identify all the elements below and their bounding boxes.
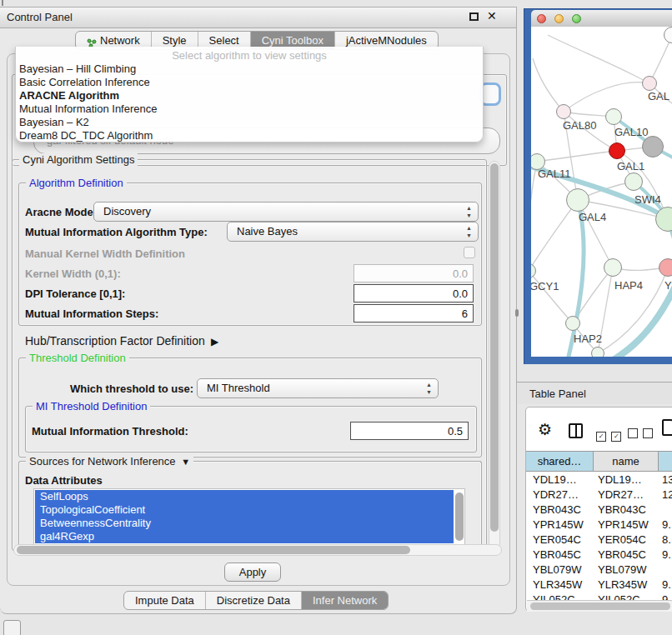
list-vertical-scrollbar[interactable] — [455, 492, 464, 541]
network-node-gal4[interactable] — [566, 188, 589, 212]
float-window-icon[interactable] — [469, 12, 479, 21]
table-cell[interactable]: 9. — [662, 578, 671, 591]
manual-kernel-checkbox[interactable] — [464, 247, 475, 258]
column-header-clipped[interactable]: A — [659, 452, 672, 471]
close-icon[interactable]: ✕ — [487, 9, 497, 22]
table-cell[interactable]: YDL19… — [533, 473, 577, 486]
mi-threshold-label: Mutual Information Threshold: — [32, 425, 188, 438]
split-columns-icon[interactable] — [569, 423, 583, 438]
table-cell[interactable]: 9 — [662, 593, 668, 600]
split-pane-grip[interactable] — [515, 309, 519, 317]
tab-impute-data-label: Impute Data — [135, 592, 194, 609]
list-item-selected[interactable]: TopologicalCoefficient — [35, 503, 454, 517]
node-label-hap4: HAP4 — [614, 279, 643, 292]
list-item-selected[interactable]: SelfLoops — [35, 490, 454, 503]
dpi-tolerance-field[interactable] — [354, 284, 474, 302]
table-cell[interactable]: YBR043C — [533, 503, 581, 516]
table-cell[interactable]: YDR27… — [533, 488, 579, 501]
which-threshold-combo[interactable]: MI Threshold ▲▼ — [197, 378, 439, 398]
document-icon[interactable] — [662, 419, 672, 436]
network-node[interactable] — [642, 76, 657, 91]
hub-definition-toggle[interactable]: Hub/Transcription Factor Definition ▶ — [25, 334, 218, 348]
cyni-algorithm-settings-title: Cyni Algorithm Settings — [19, 153, 138, 166]
network-window-titlebar[interactable] — [531, 10, 672, 28]
column-header-shared[interactable]: shared… — [526, 452, 594, 471]
mi-threshold-field[interactable] — [350, 422, 469, 440]
network-node-gray[interactable] — [642, 136, 664, 158]
node-label-clipped: Y — [664, 279, 672, 292]
algorithm-option[interactable]: Basic Correlation Inference — [19, 76, 150, 89]
table-cell[interactable]: YBR045C — [533, 548, 581, 561]
network-canvas[interactable]: GAL80 GAL10 GAL1 GAL11 SWI4 GAL4 GCY1 HA… — [531, 27, 672, 357]
apply-button[interactable]: Apply — [224, 562, 281, 582]
tab-infer-network[interactable]: Infer Network — [302, 592, 388, 609]
which-threshold-label: Which threshold to use: — [70, 382, 193, 395]
table-cell[interactable]: YDL19… — [598, 473, 642, 486]
network-node-gal10[interactable] — [605, 108, 622, 125]
mi-type-combo[interactable]: Naive Bayes ▲▼ — [227, 222, 479, 242]
mi-type-label: Mutual Information Algorithm Type: — [25, 226, 208, 238]
gear-icon[interactable]: ⚙ — [538, 420, 552, 439]
algorithm-option[interactable]: Bayesian – Hill Climbing — [19, 62, 136, 76]
tab-discretize-data-label: Discretize Data — [217, 592, 290, 609]
algorithm-definition-title: Algorithm Definition — [26, 177, 127, 189]
table-cell[interactable]: YIL052C — [598, 593, 640, 600]
node-label-gal80: GAL80 — [563, 119, 596, 132]
network-node-gal80[interactable] — [556, 104, 571, 119]
table-cell[interactable]: YER054C — [533, 533, 581, 546]
table-cell[interactable]: YDR27… — [598, 488, 644, 501]
table-cell[interactable]: 9. — [662, 548, 671, 561]
select-all-checkboxes-icon[interactable]: ✓ ✓ — [596, 427, 621, 442]
network-node-salmon[interactable] — [659, 258, 672, 277]
table-cell[interactable]: YBR043C — [598, 503, 646, 516]
algorithm-option[interactable]: Bayesian – K2 — [19, 116, 89, 129]
tab-impute-data[interactable]: Impute Data — [124, 592, 206, 609]
node-label-clipped: GAL — [648, 90, 669, 102]
window-zoom-button[interactable] — [572, 14, 581, 23]
table-cell[interactable]: 12 — [662, 488, 672, 501]
mi-steps-field[interactable] — [354, 304, 474, 322]
bottom-left-button[interactable] — [3, 620, 21, 635]
node-label-gal10: GAL10 — [614, 126, 648, 138]
aracne-mode-combo[interactable]: Discovery ▲▼ — [93, 202, 479, 222]
window-minimize-button[interactable] — [554, 14, 564, 23]
network-node-red[interactable] — [609, 142, 625, 159]
table-cell[interactable]: 8. — [662, 533, 671, 546]
kernel-width-field[interactable] — [354, 264, 474, 282]
algorithm-option[interactable]: Dream8 DC_TDC Algorithm — [19, 129, 153, 142]
table-cell[interactable]: YBL079W — [598, 563, 647, 576]
sources-group-title[interactable]: Sources for Network Inference ▼ — [26, 455, 193, 468]
which-threshold-value: MI Threshold — [207, 382, 270, 394]
algorithm-option-highlighted[interactable]: ARACNE Algorithm — [19, 89, 119, 102]
list-item-selected[interactable]: BetweennessCentrality — [35, 517, 454, 530]
table-cell[interactable]: 9. — [662, 518, 671, 531]
table-cell[interactable]: YIL052C — [533, 593, 575, 600]
settings-horizontal-scrollbar[interactable] — [13, 544, 502, 556]
table-cell[interactable]: YBR045C — [598, 548, 646, 561]
network-node-hap4[interactable] — [604, 258, 622, 277]
table-cell[interactable]: 13 — [662, 473, 672, 486]
table-cell[interactable]: YPR145W — [533, 518, 584, 531]
combo-arrows-icon: ▲▼ — [426, 381, 432, 396]
table-cell[interactable]: YBL079W — [533, 563, 582, 576]
combo-arrows-icon: ▲▼ — [466, 204, 472, 219]
settings-vertical-scrollbar[interactable] — [489, 161, 500, 549]
network-node[interactable] — [624, 172, 643, 191]
tab-discretize-data[interactable]: Discretize Data — [206, 592, 302, 609]
table-cell[interactable]: YLR345W — [598, 578, 647, 591]
algorithm-dropdown-placeholder: Select algorithm to view settings — [16, 49, 483, 62]
table-horizontal-scrollbar[interactable] — [527, 600, 672, 612]
network-node[interactable] — [591, 347, 604, 357]
table-cell[interactable]: YER054C — [598, 533, 646, 546]
list-item-selected[interactable]: gal4RGexp — [35, 530, 454, 543]
combo-arrows-icon: ▲▼ — [466, 224, 472, 239]
window-close-button[interactable] — [537, 14, 546, 23]
deselect-all-checkboxes-icon[interactable] — [628, 427, 653, 442]
column-header-name[interactable]: name — [594, 452, 659, 471]
network-node-hap2[interactable] — [565, 316, 580, 331]
algorithm-option[interactable]: Mutual Information Inference — [19, 102, 157, 116]
algorithm-dropdown-popup: Select algorithm to view settings Bayesi… — [15, 47, 484, 142]
table-cell[interactable]: YLR345W — [533, 578, 582, 591]
table-cell[interactable]: YPR145W — [598, 518, 649, 531]
aracne-mode-value: Discovery — [103, 205, 151, 218]
